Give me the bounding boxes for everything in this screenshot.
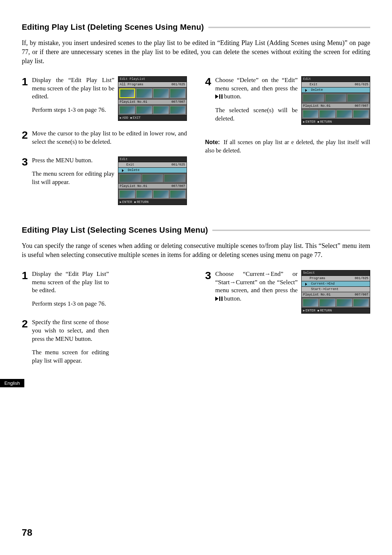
fig-foot-return: RETURN bbox=[318, 309, 332, 313]
fig-mid-count: 007/007 bbox=[353, 103, 370, 109]
step-number: 1 bbox=[22, 76, 30, 87]
thumb bbox=[119, 106, 135, 114]
thumb bbox=[347, 94, 369, 102]
thumb bbox=[353, 299, 369, 307]
note-label: Note: bbox=[205, 139, 220, 145]
s2-step2-p2: The menu screen for editing play list wi… bbox=[32, 348, 109, 365]
step4-p1b: button. bbox=[222, 93, 241, 100]
heading-deleting: Editing Play List (Deleting Scenes Using… bbox=[22, 23, 204, 32]
fig-foot-enter: ENTER bbox=[303, 309, 315, 313]
step-4: 4 Choose “Delete” on the “Edit” menu scr… bbox=[205, 76, 370, 134]
thumb bbox=[119, 89, 135, 98]
play-pause-icon bbox=[215, 295, 222, 303]
step-2: 2 Move the cursor to the play list to be… bbox=[22, 130, 187, 151]
thumb bbox=[136, 106, 152, 114]
thumb bbox=[153, 106, 169, 114]
fig-foot-add: ADD bbox=[120, 116, 128, 120]
heading-rule bbox=[212, 230, 370, 231]
step-3: 3 Choose “Current→End” or “Start→Current… bbox=[205, 270, 370, 314]
step4-p1a: Choose “Delete” on the “Edit” menu scree… bbox=[215, 77, 298, 92]
figure-edit-playlist: Edit PlayList All Programs 001/025 PlayL… bbox=[118, 76, 187, 121]
thumb bbox=[119, 174, 141, 182]
fig-count: 001/025 bbox=[170, 162, 187, 167]
step-number: 4 bbox=[205, 76, 213, 87]
col-left: 1 Display the “Edit Play List” menu scre… bbox=[22, 270, 187, 375]
note: Note:If all scenes on play list ar e del… bbox=[205, 138, 370, 155]
fig-count: 001/025 bbox=[353, 276, 370, 281]
figure-edit-menu: Edit Exit 001/025 Delete PlayList No.01 … bbox=[118, 156, 187, 205]
thumb bbox=[170, 89, 185, 98]
s2-step2-p1: Specify the first scene of those you wis… bbox=[32, 318, 109, 343]
thumb bbox=[170, 190, 185, 198]
fig-foot-enter: ENTER bbox=[120, 200, 132, 204]
step-number: 3 bbox=[205, 270, 213, 281]
col-right: 3 Choose “Current→End” or “Start→Current… bbox=[205, 270, 370, 375]
fig-row-all-count: 001/025 bbox=[170, 82, 187, 87]
thumb bbox=[325, 94, 347, 102]
thumb bbox=[136, 190, 152, 198]
thumb bbox=[303, 94, 324, 102]
thumb bbox=[303, 110, 318, 118]
step-1: 1 Display the “Edit Play List” menu scre… bbox=[22, 270, 109, 314]
thumb bbox=[353, 110, 369, 118]
figure-edit-delete: Edit Exit 001/025 Delete PlayList No.01 … bbox=[301, 76, 370, 125]
thumb bbox=[336, 110, 352, 118]
step2-p1: Move the cursor to the play list to be e… bbox=[32, 130, 187, 146]
col-right: 4 Choose “Delete” on the “Edit” menu scr… bbox=[205, 76, 370, 211]
fig-start-current: Start->Current bbox=[302, 287, 370, 292]
thumb bbox=[153, 89, 169, 98]
fig-mid-left: PlayList No.01 bbox=[118, 99, 170, 105]
section-heading-selecting: Editing Play List (Selecting Scenes Usin… bbox=[22, 225, 370, 235]
fig-programs: Programs bbox=[302, 276, 353, 281]
thumb bbox=[319, 299, 335, 307]
fig-delete: Delete bbox=[302, 87, 370, 93]
fig-foot-enter: ENTER bbox=[303, 120, 315, 124]
s2-step3-p1: Choose “Current→End” or “Start→Current” … bbox=[215, 270, 298, 304]
thumb bbox=[336, 299, 352, 307]
fig-delete: Delete bbox=[118, 168, 187, 173]
thumb bbox=[319, 110, 335, 118]
thumb bbox=[153, 190, 169, 198]
fig-exit: Exit bbox=[302, 82, 353, 87]
fig-title: Edit PlayList bbox=[118, 77, 187, 82]
heading-selecting: Editing Play List (Selecting Scenes Usin… bbox=[22, 225, 208, 235]
step-2: 2 Specify the first scene of those you w… bbox=[22, 318, 109, 370]
step-3: 3 Press the MENU button. The menu screen… bbox=[22, 156, 187, 205]
fig-mid-count: 007/007 bbox=[353, 292, 370, 297]
step-number: 2 bbox=[22, 318, 30, 329]
fig-mid-count: 007/007 bbox=[170, 184, 187, 189]
thumb bbox=[119, 190, 135, 198]
step4-p1: Choose “Delete” on the “Edit” menu scree… bbox=[215, 76, 298, 102]
fig-count: 001/025 bbox=[353, 82, 370, 87]
thumb bbox=[142, 174, 163, 182]
fig-foot-return: RETURN bbox=[318, 120, 332, 124]
play-pause-icon bbox=[215, 93, 222, 101]
step-number: 3 bbox=[22, 156, 30, 167]
fig-mid-left: PlayList No.01 bbox=[118, 184, 170, 189]
thumb bbox=[164, 174, 185, 182]
fig-mid-left: PlayList No.01 bbox=[302, 103, 353, 109]
step1-p2: Perform steps 1-3 on page 76. bbox=[32, 106, 114, 114]
step4-p2: The selected scene(s) will be deleted. bbox=[215, 106, 298, 123]
col-left: 1 Display the “Edit Play List” menu scre… bbox=[22, 76, 187, 211]
step-1: 1 Display the “Edit Play List” menu scre… bbox=[22, 76, 187, 125]
fig-row-all: All Programs bbox=[118, 82, 170, 87]
section-heading-deleting: Editing Play List (Deleting Scenes Using… bbox=[22, 23, 370, 32]
heading-rule bbox=[208, 27, 370, 28]
fig-mid-left: PlayList No.01 bbox=[302, 292, 353, 297]
thumb bbox=[136, 89, 152, 98]
fig-mid-count: 007/007 bbox=[170, 99, 187, 105]
step-number: 1 bbox=[22, 270, 30, 281]
step1-p1: Display the “Edit Play List” menu screen… bbox=[32, 76, 114, 101]
fig-title: Edit bbox=[118, 157, 187, 162]
s2-step3-p1b: button. bbox=[222, 295, 241, 302]
figure-select-menu: Select Programs 001/025 Current->End Sta… bbox=[301, 270, 370, 314]
step-number: 2 bbox=[22, 130, 30, 140]
fig-title: Select bbox=[302, 270, 370, 276]
language-tab: English bbox=[0, 379, 24, 387]
step3-p2: The menu screen for editing play list wi… bbox=[32, 170, 114, 187]
intro-deleting: If, by mistake, you insert undesired sce… bbox=[22, 38, 370, 66]
s2-step1-p2: Perform steps 1-3 on page 76. bbox=[32, 300, 109, 308]
thumb bbox=[303, 299, 318, 307]
intro-selecting: You can specify the range of scenes when… bbox=[22, 241, 370, 260]
